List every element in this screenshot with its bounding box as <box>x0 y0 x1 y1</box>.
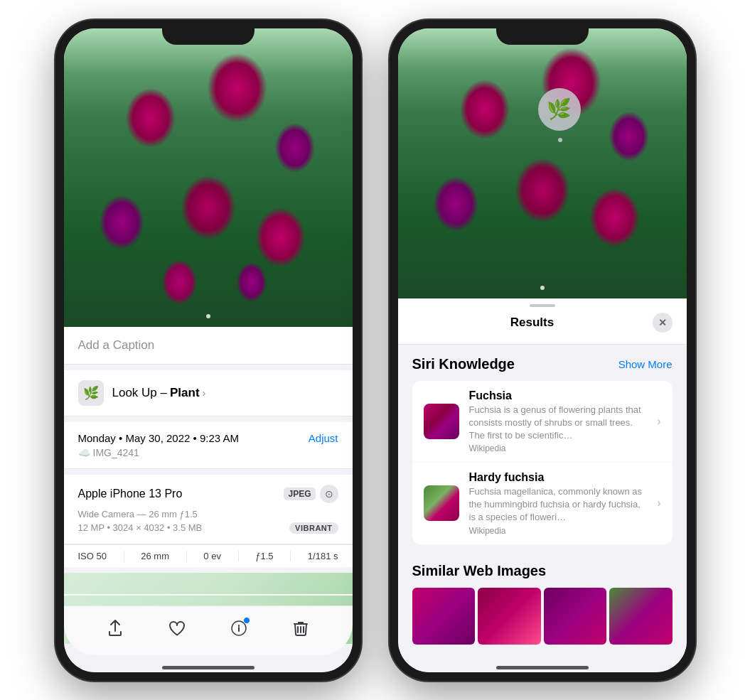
results-panel: Results ✕ Siri Knowledge Show More <box>398 298 687 672</box>
phone-screen-1: Add a Caption 🌿 Look Up – Plant › Monday… <box>64 28 353 672</box>
hardy-source: Wikipedia <box>469 526 648 536</box>
similar-image-3[interactable] <box>544 588 607 645</box>
hardy-desc: Fuchsia magellanica, commonly known as t… <box>469 485 648 524</box>
info-badge <box>243 617 250 624</box>
exif-divider-2 <box>186 551 187 561</box>
device-name: Apple iPhone 13 Pro <box>78 488 183 500</box>
siri-knowledge-section: Siri Knowledge Show More Fuchsia Fuchsia… <box>398 345 687 551</box>
fuchsia-item[interactable]: Fuchsia Fuchsia is a genus of flowering … <box>412 381 673 463</box>
visual-lookup-bubble[interactable]: 🌿 <box>538 88 581 131</box>
similar-image-2[interactable] <box>478 588 541 645</box>
phone-notch-1 <box>162 20 255 45</box>
device-section: Apple iPhone 13 Pro JPEG ⊙ Wide Camera —… <box>64 475 353 544</box>
info-icon[interactable] <box>230 620 247 641</box>
exif-shutter: 1/181 s <box>308 551 338 561</box>
phone-2: 🌿 Results ✕ Siri Knowledge Show More <box>390 20 695 681</box>
flower-image-2 <box>398 28 687 298</box>
knowledge-card: Fuchsia Fuchsia is a genus of flowering … <box>412 381 673 544</box>
lookup-text: Look Up – <box>112 386 168 400</box>
fuchsia-desc: Fuchsia is a genus of flowering plants t… <box>469 404 648 443</box>
close-button[interactable]: ✕ <box>653 313 673 333</box>
fuchsia-source: Wikipedia <box>469 443 648 453</box>
fuchsia-thumbnail <box>424 404 459 439</box>
filename-row: ☁️ IMG_4241 <box>78 447 338 458</box>
camera-specs: 12 MP • 3024 × 4032 • 3.5 MB <box>78 522 203 533</box>
location-icon: ⊙ <box>320 485 338 503</box>
photo-display-2[interactable]: 🌿 <box>398 28 687 298</box>
exif-divider-4 <box>290 551 291 561</box>
phone-1: Add a Caption 🌿 Look Up – Plant › Monday… <box>55 20 361 681</box>
favorite-icon[interactable] <box>168 620 186 640</box>
lookup-value: Plant <box>170 386 200 400</box>
page-indicator-1 <box>206 314 210 318</box>
exif-aperture: ƒ1.5 <box>255 551 273 561</box>
results-title: Results <box>412 316 653 330</box>
date-row: Monday • May 30, 2022 • 9:23 AM Adjust <box>78 432 338 444</box>
device-badges: JPEG ⊙ <box>284 485 338 503</box>
lookup-row[interactable]: 🌿 Look Up – Plant › <box>64 370 353 416</box>
fuchsia-name: Fuchsia <box>469 389 648 402</box>
camera-details: Wide Camera — 26 mm ƒ1.5 <box>78 509 338 519</box>
visual-lookup-icon: 🌿 <box>78 380 104 406</box>
meta-section: Monday • May 30, 2022 • 9:23 AM Adjust ☁… <box>64 422 353 469</box>
exif-divider-1 <box>124 551 124 561</box>
specs-row: 12 MP • 3024 × 4032 • 3.5 MB VIBRANT <box>78 522 338 534</box>
format-badge: JPEG <box>284 488 315 500</box>
fuchsia-chevron: › <box>657 415 660 428</box>
fuchsia-info: Fuchsia Fuchsia is a genus of flowering … <box>469 389 648 454</box>
home-bar-1 <box>162 666 255 669</box>
phone-notch-2 <box>496 20 589 45</box>
delete-icon[interactable] <box>293 620 309 641</box>
device-name-row: Apple iPhone 13 Pro JPEG ⊙ <box>78 485 338 503</box>
hardy-name: Hardy fuchsia <box>469 471 648 484</box>
siri-title: Siri Knowledge <box>412 356 515 372</box>
filename: IMG_4241 <box>93 447 139 458</box>
phone-screen-2: 🌿 Results ✕ Siri Knowledge Show More <box>398 28 687 672</box>
flower-image-1 <box>64 28 353 327</box>
similar-title: Similar Web Images <box>412 563 673 579</box>
similar-section: Similar Web Images <box>398 551 687 650</box>
show-more-button[interactable]: Show More <box>618 358 673 370</box>
toolbar-1 <box>64 605 353 655</box>
exif-focal: 26 mm <box>141 551 169 561</box>
results-header: Results ✕ <box>398 298 687 345</box>
similar-image-4[interactable] <box>609 588 673 645</box>
hardy-thumbnail <box>424 485 459 521</box>
siri-header-row: Siri Knowledge Show More <box>412 356 673 372</box>
caption-placeholder[interactable]: Add a Caption <box>78 338 155 352</box>
home-bar-2 <box>496 666 589 669</box>
map-road-1 <box>64 594 353 596</box>
exif-ev: 0 ev <box>203 551 221 561</box>
photo-display-1[interactable] <box>64 28 353 327</box>
similar-images-row <box>412 588 673 645</box>
lookup-dot <box>558 138 562 142</box>
vibrant-badge: VIBRANT <box>289 522 338 534</box>
caption-area[interactable]: Add a Caption <box>64 327 353 365</box>
drag-handle <box>530 304 555 307</box>
exif-iso: ISO 50 <box>78 551 107 561</box>
share-icon[interactable] <box>107 620 123 641</box>
page-indicator-2 <box>540 286 545 290</box>
adjust-button[interactable]: Adjust <box>309 432 338 444</box>
hardy-fuchsia-item[interactable]: Hardy fuchsia Fuchsia magellanica, commo… <box>412 463 673 544</box>
hardy-chevron: › <box>657 497 660 510</box>
lookup-chevron: › <box>203 387 206 399</box>
cloud-icon: ☁️ <box>78 447 90 458</box>
exif-divider-3 <box>238 551 239 561</box>
exif-row: ISO 50 26 mm 0 ev ƒ1.5 1/181 s <box>64 544 353 567</box>
similar-image-1[interactable] <box>412 588 476 645</box>
lookup-label: Look Up – Plant › <box>112 386 206 400</box>
hardy-info: Hardy fuchsia Fuchsia magellanica, commo… <box>469 471 648 536</box>
photo-date: Monday • May 30, 2022 • 9:23 AM <box>78 432 239 444</box>
results-panel-wrapper: Results ✕ Siri Knowledge Show More <box>398 298 687 672</box>
